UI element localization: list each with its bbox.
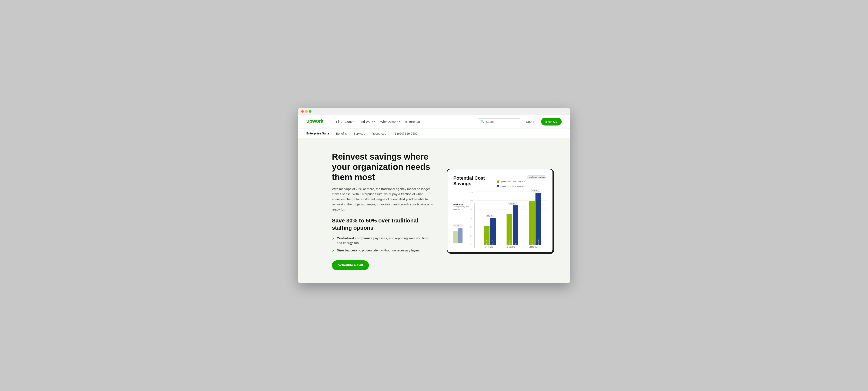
bar-blue-6months: $49,920 <box>513 205 518 245</box>
chart-title: Potential Cost Savings <box>453 175 497 187</box>
feature-bold-direct-access: Direct-access <box>337 248 358 252</box>
search-input[interactable] <box>486 120 518 123</box>
grid-label-60: 60k <box>470 218 472 219</box>
login-button[interactable]: Log In <box>524 118 538 125</box>
grid-label-20: 20k <box>470 235 472 237</box>
traffic-light-red[interactable] <box>301 110 304 113</box>
nav-find-work[interactable]: Find Work ▾ <box>356 118 377 125</box>
chart-card: Potential Cost Savings Total Cost Saving… <box>447 169 553 253</box>
nav-right: 🔍 Log In Sign Up <box>478 118 562 125</box>
bar-label-blue-3months: $48,474 <box>492 240 494 245</box>
feature-bold-compliance: Centralized compliance <box>337 236 373 240</box>
bar-green-12months: $86,650 <box>529 201 535 245</box>
bar-label-blue-12months: $109,542 <box>537 239 539 245</box>
savings-3months: $7,800 <box>486 215 494 217</box>
x-axis: 3 Months 6 Months 12 Months <box>476 245 547 248</box>
legend-item-green: Upwork Price (30% Mark Up) <box>497 180 525 183</box>
base-pay-rate-pill: $15/hr <box>453 224 463 227</box>
grid-label-80: 80k <box>470 208 472 210</box>
grid-label-100: 100k <box>470 200 473 201</box>
savings-6months: $15,600 <box>508 202 517 204</box>
subnav-item-benefits[interactable]: Benefits <box>336 131 347 136</box>
bar-label-blue-6months: $49,920 <box>515 240 516 245</box>
base-pay-bar-green <box>453 231 458 243</box>
grid-label-0: 0k <box>470 244 471 246</box>
bar-pair-12months: $86,650 $109,542 <box>529 193 541 245</box>
legend-dot-green <box>497 180 499 183</box>
x-label-6months: 6 Months <box>507 246 515 248</box>
feature-text-direct-access: to proven talent without unnecessary lay… <box>359 248 420 252</box>
checkmark-icon: ✓ <box>332 236 335 242</box>
nav-why-upwork[interactable]: Why Upwork ▾ <box>378 118 402 125</box>
bar-green-6months: $34,520 <box>506 214 512 245</box>
bar-label-green-3months: $33,374 <box>486 240 487 245</box>
chart-body: Base Pay Average Hourly Rate + Mark Up $… <box>453 192 547 248</box>
bar-blue-12months: $109,542 <box>535 193 541 245</box>
feature-item-direct-access: ✓ Direct-access to proven talent without… <box>332 248 434 254</box>
logo[interactable]: upwork <box>306 118 326 125</box>
legend-item-blue: Agency Price (75% Mark Up) <box>497 185 524 187</box>
subnav-item-enterprise-suite[interactable]: Enterprise Suite <box>306 131 329 136</box>
subnav-item-services[interactable]: Services <box>353 131 365 136</box>
grid-label-40: 40k <box>470 226 472 228</box>
bar-group-3months: $7,800 $33,374 $48,474 <box>484 215 496 245</box>
chart-grid: 120k 100k 80k 60k 40k 20k 0k <box>476 192 547 245</box>
traffic-lights <box>301 110 311 113</box>
search-icon: 🔍 <box>480 120 484 123</box>
schedule-call-button[interactable]: Schedule a Call <box>332 260 369 270</box>
checkmark-icon: ✓ <box>332 248 335 254</box>
hero-subtitle: Save 30% to 50% over traditional staffin… <box>332 217 434 232</box>
feature-list: ✓ Centralized compliance payments, and r… <box>332 236 434 254</box>
chevron-down-icon: ▾ <box>399 120 400 123</box>
chevron-down-icon: ▾ <box>352 120 353 123</box>
chart-header: Potential Cost Savings Total Cost Saving… <box>453 175 547 187</box>
bar-pair-6months: $34,520 $49,920 <box>506 205 518 245</box>
nav-enterprise[interactable]: Enterprise <box>403 118 422 125</box>
base-pay-bar-blue <box>458 228 463 243</box>
bar-group-12months: $31,200 $86,650 $109,542 <box>529 189 541 245</box>
traffic-light-green[interactable] <box>309 110 311 113</box>
base-pay-label: Base Pay <box>453 203 474 206</box>
grid-label-120: 120k <box>470 192 473 193</box>
chevron-down-icon: ▾ <box>374 120 375 123</box>
chart-left-labels: Base Pay Average Hourly Rate + Mark Up $… <box>453 203 475 248</box>
savings-12months: $31,200 <box>531 189 539 192</box>
chart-legend: Upwork Price (30% Mark Up) Agency Price … <box>497 180 547 187</box>
hero-title: Reinvest savings where your organization… <box>332 151 434 182</box>
feature-item-compliance: ✓ Centralized compliance payments, and r… <box>332 236 434 246</box>
legend-label-blue: Agency Price (75% Mark Up) <box>500 185 524 187</box>
chart-main-area: 120k 100k 80k 60k 40k 20k 0k <box>475 192 547 248</box>
browser-window: upwork Find Talent ▾ Find Work ▾ Why Upw… <box>298 108 570 283</box>
hero-section: Reinvest savings where your organization… <box>298 139 570 283</box>
subnav-phone[interactable]: +1 (650) 316-7500 <box>393 132 417 135</box>
svg-text:upwork: upwork <box>306 118 323 124</box>
nav-find-talent[interactable]: Find Talent ▾ <box>334 118 356 125</box>
hero-description: With markups of 75% or more, the traditi… <box>332 187 434 212</box>
search-bar[interactable]: 🔍 <box>478 118 520 125</box>
nav-links: Find Talent ▾ Find Work ▾ Why Upwork ▾ E… <box>334 118 471 125</box>
traffic-light-yellow[interactable] <box>305 110 308 113</box>
bars-container: $7,800 $33,374 $48,474 <box>478 192 547 245</box>
signup-button[interactable]: Sign Up <box>541 118 562 125</box>
legend-label-green: Upwork Price (30% Mark Up) <box>500 180 525 183</box>
x-label-3months: 3 Months <box>485 246 493 248</box>
bar-pair-3months: $33,374 $48,474 <box>484 218 496 245</box>
navbar: upwork Find Talent ▾ Find Work ▾ Why Upw… <box>298 115 570 129</box>
bar-green-3months: $33,374 <box>484 226 490 245</box>
bar-blue-3months: $48,474 <box>490 218 496 245</box>
bar-label-green-6months: $34,520 <box>509 240 510 245</box>
legend-pill: Total Cost Savings <box>527 175 547 179</box>
legend-dot-blue <box>497 185 499 187</box>
hero-content: Reinvest savings where your organization… <box>332 151 434 270</box>
subnav: Enterprise Suite Benefits Services Resou… <box>298 129 570 139</box>
subnav-item-resources[interactable]: Resources <box>372 131 386 136</box>
bar-group-6months: $15,600 $34,520 $49,920 <box>506 202 518 245</box>
browser-chrome <box>298 108 570 115</box>
x-label-12months: 12 Months <box>529 246 537 248</box>
bar-label-green-12months: $86,650 <box>531 240 533 245</box>
